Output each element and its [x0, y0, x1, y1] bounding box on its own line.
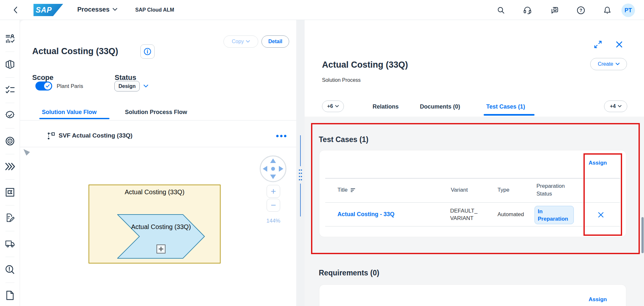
- value-flow-icon: [47, 132, 55, 140]
- active-tab-underline: [39, 118, 109, 119]
- sidebar-item-issues[interactable]: [5, 265, 15, 274]
- help-icon: ?: [577, 6, 585, 14]
- tab-documents[interactable]: Documents (0): [420, 103, 460, 110]
- tabs-overflow-right-button[interactable]: +4: [604, 100, 627, 112]
- diagram-group-box[interactable]: Actual Costing (33Q) Actual Costing (33Q…: [89, 185, 221, 263]
- status-badge[interactable]: Design: [114, 81, 140, 91]
- detail-subtitle: Solution Process: [322, 77, 361, 83]
- rail-separator: [5, 257, 14, 257]
- svf-icon: [47, 132, 55, 140]
- tab-test-cases[interactable]: Test Cases (1): [486, 103, 525, 110]
- package-icon: [5, 60, 15, 69]
- tabs-overflow-left-label: +6: [327, 103, 333, 109]
- copy-button[interactable]: Copy: [223, 35, 258, 48]
- chevron-down-icon: [113, 8, 117, 11]
- help-button[interactable]: ?: [576, 6, 585, 15]
- sidebar-item-features[interactable]: [5, 187, 15, 197]
- chevron-down-icon: [616, 63, 620, 65]
- vertical-scrollbar-thumb[interactable]: [641, 217, 644, 253]
- overflow-icon: •••: [276, 134, 288, 138]
- annotation-box-assign-column: [583, 153, 622, 236]
- requirements-assign-link[interactable]: Assign: [589, 296, 607, 303]
- search-button[interactable]: [497, 6, 506, 15]
- sidebar-item-targets[interactable]: [5, 136, 15, 146]
- splitter-line-bottom: [300, 184, 301, 216]
- create-button[interactable]: Create: [590, 58, 627, 70]
- sidebar-item-overview[interactable]: [5, 34, 15, 43]
- bell-icon: [603, 6, 611, 14]
- rail-separator: [5, 128, 14, 129]
- requirements-card: [319, 285, 626, 306]
- status-value: Design: [118, 83, 136, 89]
- plus-icon: [158, 246, 164, 252]
- create-button-label: Create: [598, 61, 613, 67]
- back-button[interactable]: [11, 5, 20, 14]
- diagram-node[interactable]: Actual Costing (33Q): [117, 214, 205, 259]
- feedback-button[interactable]: [550, 6, 559, 15]
- sidebar-item-tasks[interactable]: [5, 85, 15, 95]
- chevron-down-icon: [144, 85, 148, 88]
- tab-relations[interactable]: Relations: [373, 103, 399, 110]
- support-button[interactable]: [523, 6, 532, 15]
- page-icon: [6, 291, 14, 300]
- rail-separator: [5, 205, 14, 206]
- sidebar-item-deliveries[interactable]: [5, 239, 15, 248]
- truck-icon: [5, 240, 15, 248]
- sidebar-item-products[interactable]: [5, 60, 15, 69]
- info-icon: [144, 48, 151, 55]
- info-button[interactable]: [140, 44, 155, 59]
- detail-button-label: Detail: [268, 39, 282, 44]
- quality-seal-icon: [5, 110, 15, 120]
- node-expand-button[interactable]: [156, 244, 166, 253]
- process-title: Actual Costing (33Q): [32, 46, 118, 56]
- rail-separator: [5, 282, 14, 283]
- tabs-overflow-left-button[interactable]: +6: [322, 100, 344, 112]
- scope-value: Plant Paris: [57, 83, 83, 90]
- zoom-level-label: 144%: [263, 218, 283, 224]
- svf-title: SVF Actual Costing (33Q): [59, 132, 132, 139]
- rail-separator: [5, 179, 14, 180]
- headset-icon: [523, 6, 532, 14]
- sidebar-item-pages[interactable]: [5, 291, 15, 300]
- svg-text:?: ?: [580, 8, 582, 13]
- flag-icon: [5, 187, 15, 197]
- rail-separator: [5, 52, 14, 52]
- back-icon: [13, 6, 18, 14]
- splitter-line-top: [300, 135, 301, 166]
- svf-overflow-button[interactable]: •••: [274, 131, 290, 141]
- notifications-button[interactable]: [603, 6, 612, 15]
- zoom-out-button[interactable]: −: [267, 199, 280, 212]
- sidebar-item-quality[interactable]: [5, 110, 15, 120]
- zoom-in-button[interactable]: +: [267, 185, 280, 198]
- tab-solution-value-flow[interactable]: Solution Value Flow: [42, 109, 97, 116]
- tabs-divider: [20, 120, 296, 120]
- app-menu[interactable]: Processes: [77, 6, 117, 13]
- tab-solution-process-flow[interactable]: Solution Process Flow: [125, 109, 187, 116]
- copy-button-label: Copy: [232, 39, 244, 44]
- sidebar-item-documents[interactable]: [5, 213, 15, 223]
- overview-icon: [5, 34, 15, 43]
- expand-panel-button[interactable]: [593, 40, 602, 49]
- splitter-grip-icon[interactable]: [298, 169, 303, 181]
- svf-divider: [20, 147, 296, 147]
- close-icon: [616, 41, 623, 48]
- scope-label: Scope: [32, 73, 53, 82]
- chevron-down-icon: [618, 105, 621, 108]
- close-panel-button[interactable]: [615, 40, 624, 49]
- rail-separator: [5, 103, 14, 103]
- forward-chevrons-icon: [5, 162, 15, 171]
- product-title: SAP Cloud ALM: [135, 7, 174, 13]
- scope-toggle[interactable]: [35, 81, 52, 91]
- detail-button[interactable]: Detail: [261, 35, 289, 48]
- check-icon: [46, 84, 50, 88]
- search-icon: [497, 6, 505, 14]
- avatar[interactable]: PT: [621, 4, 635, 17]
- scope-toggle-knob: [44, 82, 51, 90]
- chevron-down-icon: [246, 40, 250, 43]
- pan-control[interactable]: [260, 155, 287, 182]
- avatar-initials: PT: [624, 7, 632, 14]
- rail-separator: [5, 154, 14, 154]
- status-chevron-button[interactable]: [142, 83, 149, 89]
- app-root: SAP Processes SAP Cloud ALM: [0, 0, 644, 306]
- sidebar-item-deploy[interactable]: [5, 162, 15, 171]
